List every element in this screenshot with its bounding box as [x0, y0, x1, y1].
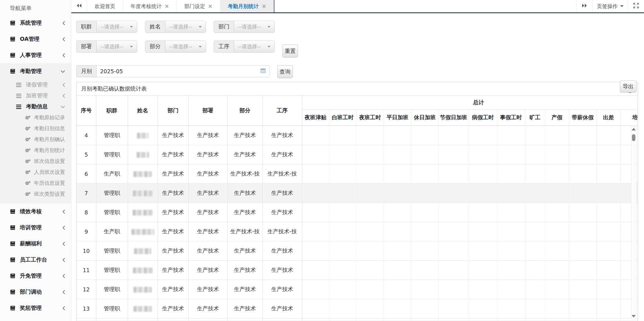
- filter-select[interactable]: --请选择--: [234, 21, 274, 32]
- tab-operations-dropdown[interactable]: 页签操作: [592, 0, 628, 12]
- value-cell: [329, 145, 356, 164]
- table-row[interactable]: 6生产职生产技术生产技术生产技术-技生产技术-技: [77, 164, 638, 183]
- sidebar-leaf-item[interactable]: 人员班次设置: [0, 167, 71, 178]
- sidebar-leaf-item[interactable]: 考勤月别统计: [0, 145, 71, 156]
- sidebar-item[interactable]: 升免管理: [0, 268, 71, 284]
- value-cell: [384, 183, 411, 203]
- sub-column-header: 平日加班: [384, 109, 411, 126]
- sidebar-leaf-item[interactable]: 班次信息设置: [0, 156, 71, 167]
- sidebar-item[interactable]: 部门调动: [0, 284, 71, 300]
- tabs-scroll-left-button[interactable]: [71, 0, 87, 12]
- scroll-down-arrow-icon[interactable]: [632, 315, 636, 318]
- filter-select[interactable]: --请选择--: [234, 41, 274, 52]
- table-cell: 12: [77, 280, 96, 299]
- table-cell: 生产技术: [262, 183, 302, 203]
- table-row[interactable]: 13管理职生产技术生产技术生产技术生产技术: [77, 299, 638, 318]
- table-cell: 7: [77, 183, 96, 203]
- redacted-name-mask: [133, 306, 152, 312]
- table-row[interactable]: 11管理职生产技术生产技术生产技术生产技术: [77, 260, 638, 280]
- close-icon[interactable]: ×: [262, 3, 266, 9]
- sidebar-item[interactable]: 人事管理: [0, 47, 71, 63]
- value-cell: [438, 164, 469, 183]
- table-row[interactable]: 7管理职生产技术生产技术生产技术生产技术: [77, 183, 638, 203]
- chevron-down-icon: [267, 46, 270, 47]
- table-row[interactable]: 4管理职生产技术生产技术生产技术生产技术: [77, 126, 638, 145]
- sidebar-leaf-label: 考勤原始记录: [34, 114, 65, 121]
- filter-toolbar: 职群--请选择--姓名--请选择--部门--请选择-- 部署--请选择--部分-…: [71, 21, 644, 78]
- value-cell: [497, 260, 525, 280]
- query-button[interactable]: 查询: [277, 65, 293, 78]
- table-row[interactable]: 12管理职生产技术生产技术生产技术生产技术: [77, 280, 638, 299]
- month-input[interactable]: 2025-05: [97, 66, 269, 77]
- sidebar-leaf-item[interactable]: 班次类型设置: [0, 189, 71, 199]
- book-icon: [10, 257, 16, 262]
- value-cell: [411, 260, 438, 280]
- sidebar-item[interactable]: 奖惩管理: [0, 300, 71, 316]
- value-cell: [597, 183, 620, 203]
- tab-部门设定[interactable]: 部门设定×: [177, 0, 220, 12]
- vertical-scrollbar-thumb[interactable]: [632, 134, 635, 141]
- sidebar-item[interactable]: 绩效考核: [0, 203, 71, 220]
- filter-group-部门: 部门--请选择--: [214, 21, 275, 33]
- sidebar-leaf-item[interactable]: 考勤日别信息: [0, 123, 71, 134]
- sidebar-subitem[interactable]: 请假管理: [0, 79, 71, 90]
- sidebar-leaf-item[interactable]: 考勤原始记录: [0, 112, 71, 123]
- table-row[interactable]: 5管理职生产技术生产技术生产技术生产技术: [77, 145, 638, 164]
- column-header: 职群: [96, 96, 128, 126]
- tab-年度考核统计[interactable]: 年度考核统计×: [123, 0, 177, 12]
- sidebar-item[interactable]: 员工工作台: [0, 252, 71, 268]
- table-cell: 生产技术: [188, 241, 228, 260]
- filter-select[interactable]: --请选择--: [165, 21, 206, 32]
- employee-name-redacted: [128, 145, 158, 164]
- table-cell: 生产技术: [262, 145, 302, 164]
- value-cell: [438, 183, 469, 203]
- table-header: 序号职群姓名部门部署部分工序总计夜班津贴白班工时夜班工时平日加班休日加班节假日加…: [77, 96, 638, 126]
- sidebar-subitem[interactable]: 加班管理: [0, 90, 71, 101]
- close-icon[interactable]: ×: [208, 3, 213, 9]
- tabs-scroll-right-button[interactable]: [576, 0, 592, 12]
- value-cell: [497, 183, 525, 203]
- filter-select[interactable]: --请选择--: [97, 21, 137, 32]
- value-cell: [384, 164, 411, 183]
- fullscreen-toggle-button[interactable]: [628, 0, 644, 12]
- tab-考勤月别统计[interactable]: 考勤月别统计×: [220, 0, 274, 12]
- value-cell: [329, 203, 356, 222]
- chevron-down-icon: [60, 105, 65, 108]
- sidebar-item[interactable]: 系统管理: [0, 15, 71, 31]
- sub-column-header: 产假: [545, 109, 569, 126]
- sidebar-item-label: 人事管理: [20, 51, 62, 59]
- export-button[interactable]: 导出: [620, 80, 637, 93]
- redacted-name-mask: [137, 152, 149, 158]
- sidebar-item[interactable]: 培训管理: [0, 220, 71, 236]
- table-cell: 管理职: [96, 241, 128, 260]
- sidebar-item[interactable]: 薪酬福利: [0, 236, 71, 252]
- table-cell: 生产技术: [228, 280, 262, 299]
- calendar-icon[interactable]: [260, 68, 266, 74]
- sidebar-item[interactable]: OA管理: [0, 31, 71, 47]
- sidebar-leaf-item[interactable]: 年历信息设置: [0, 178, 71, 189]
- table-cell: 管理职: [96, 299, 128, 318]
- sidebar-item[interactable]: 考勤管理: [0, 63, 71, 79]
- sidebar-item-label: 培训管理: [20, 224, 62, 231]
- reset-button[interactable]: 重置: [282, 45, 298, 57]
- filter-label: 姓名: [145, 21, 165, 32]
- sidebar-leaf-item[interactable]: 考勤月别确认: [0, 134, 71, 145]
- table-row[interactable]: 8管理职生产技术生产技术生产技术生产技术: [77, 203, 638, 222]
- panel-title: 月别考勤已确认数据统计表: [81, 85, 626, 93]
- sidebar-leaf-label: 考勤日别信息: [34, 125, 65, 132]
- scroll-up-arrow-icon[interactable]: [632, 128, 636, 130]
- table-row[interactable]: 9生产职生产技术生产技术生产技术-技生产技术-技: [77, 222, 638, 241]
- sidebar-subitem[interactable]: 考勤信息: [0, 101, 71, 112]
- column-header: 姓名: [128, 96, 158, 126]
- table-row[interactable]: 10管理职生产技术生产技术生产技术生产技术: [77, 241, 638, 260]
- tab-label: 欢迎首页: [95, 3, 115, 10]
- vertical-scrollbar[interactable]: [631, 126, 636, 319]
- tab-欢迎首页[interactable]: 欢迎首页: [87, 0, 123, 12]
- value-cell: [497, 241, 525, 260]
- table-cell: [228, 318, 262, 321]
- table-cell: [545, 318, 569, 321]
- filter-select[interactable]: --请选择--: [97, 41, 137, 52]
- tab-label: 部门设定: [184, 3, 205, 10]
- close-icon[interactable]: ×: [165, 3, 169, 9]
- filter-select[interactable]: --请选择--: [165, 41, 206, 52]
